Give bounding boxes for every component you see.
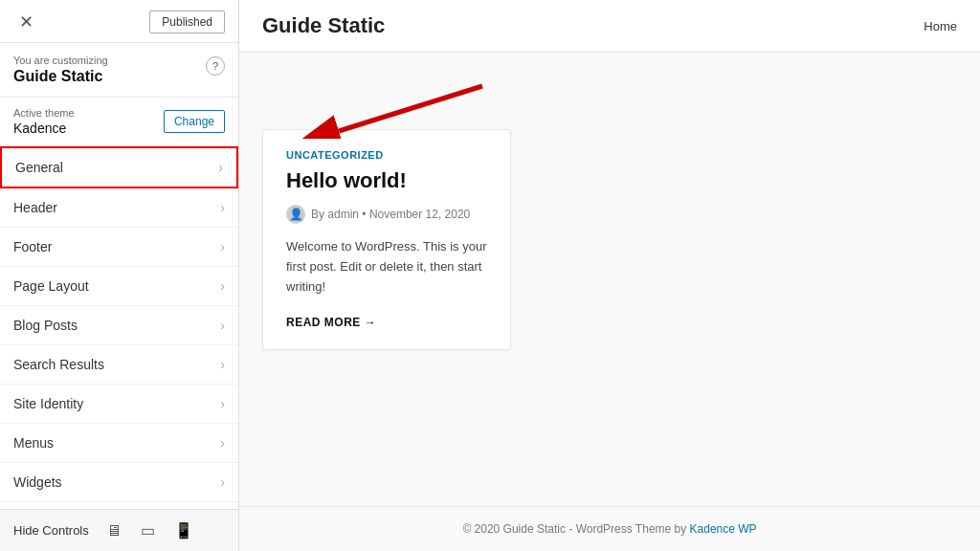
chevron-right-icon: › <box>220 278 225 294</box>
main-footer: © 2020 Guide Static - WordPress Theme by… <box>239 506 980 551</box>
post-category: UNCATEGORIZED <box>286 149 487 161</box>
nav-item-label: Blog Posts <box>13 318 78 333</box>
sidebar-item-search-results[interactable]: Search Results › <box>0 345 238 385</box>
sidebar-item-site-identity[interactable]: Site Identity › <box>0 385 238 424</box>
chevron-right-icon: › <box>218 160 223 175</box>
sidebar-item-menus[interactable]: Menus › <box>0 424 238 463</box>
mobile-icon[interactable]: 📱 <box>172 519 195 541</box>
sidebar-item-widgets[interactable]: Widgets › <box>0 463 238 502</box>
nav-item-label: Search Results <box>13 357 104 372</box>
main-body: UNCATEGORIZED Hello world! 👤 By admin • … <box>239 53 980 506</box>
post-excerpt: Welcome to WordPress. This is your first… <box>286 237 487 297</box>
svg-line-1 <box>339 86 482 131</box>
footer-text: © 2020 Guide Static - WordPress Theme by <box>462 522 689 536</box>
help-icon[interactable]: ? <box>206 56 225 76</box>
arrow-annotation <box>262 81 511 139</box>
nav-item-label: Page Layout <box>13 278 89 294</box>
chevron-right-icon: › <box>220 474 225 490</box>
post-card: UNCATEGORIZED Hello world! 👤 By admin • … <box>262 129 511 350</box>
theme-label: Active theme <box>13 107 75 119</box>
sidebar-footer: Hide Controls 🖥 ▭ 📱 <box>0 509 238 551</box>
nav-item-label: Menus <box>13 435 54 451</box>
sidebar-item-blog-posts[interactable]: Blog Posts › <box>0 306 238 345</box>
avatar: 👤 <box>286 205 305 224</box>
sidebar-item-header[interactable]: Header › <box>0 188 238 228</box>
theme-section: Active theme Kadence Change <box>0 98 238 146</box>
sidebar-item-general[interactable]: General › <box>0 146 238 188</box>
sidebar-item-page-layout[interactable]: Page Layout › <box>0 267 238 306</box>
post-meta: 👤 By admin • November 12, 2020 <box>286 205 487 224</box>
chevron-right-icon: › <box>220 200 225 215</box>
main-content-area: Guide Static Home UNCATEGORIZED Hello wo… <box>239 0 980 551</box>
close-button[interactable]: ✕ <box>13 10 39 34</box>
published-button[interactable]: Published <box>149 11 225 33</box>
sidebar-item-footer[interactable]: Footer › <box>0 228 238 267</box>
chevron-right-icon: › <box>220 357 225 372</box>
theme-name: Kadence <box>13 121 75 136</box>
sidebar-header: ✕ Published <box>0 0 238 43</box>
nav-item-label: General <box>15 160 63 175</box>
home-link[interactable]: Home <box>924 19 957 33</box>
site-title: Guide Static <box>262 13 385 38</box>
post-title: Hello world! <box>286 168 487 193</box>
change-theme-button[interactable]: Change <box>164 110 225 133</box>
nav-list: General › Header › Footer › Page Layout … <box>0 146 238 509</box>
hide-controls-button[interactable]: Hide Controls <box>13 523 89 538</box>
tablet-icon[interactable]: ▭ <box>139 519 157 541</box>
customizing-label: You are customizing <box>13 55 108 66</box>
customizing-title: Guide Static <box>13 68 108 85</box>
hide-controls-label: Hide Controls <box>13 523 89 538</box>
nav-item-label: Header <box>13 200 57 215</box>
customizing-section: You are customizing Guide Static ? <box>0 43 238 98</box>
main-header: Guide Static Home <box>239 0 980 53</box>
post-author-date: By admin • November 12, 2020 <box>311 208 470 221</box>
nav-item-label: Widgets <box>13 474 62 490</box>
chevron-right-icon: › <box>220 435 225 451</box>
desktop-icon[interactable]: 🖥 <box>104 520 123 541</box>
sidebar: ✕ Published You are customizing Guide St… <box>0 0 239 551</box>
nav-item-label: Site Identity <box>13 396 83 411</box>
chevron-right-icon: › <box>220 396 225 411</box>
nav-item-label: Footer <box>13 239 52 254</box>
chevron-right-icon: › <box>220 318 225 333</box>
sidebar-item-homepage-settings[interactable]: Homepage Settings › <box>0 502 238 509</box>
footer-link[interactable]: Kadence WP <box>690 522 757 536</box>
red-arrow-icon <box>262 81 511 139</box>
read-more-link[interactable]: READ MORE → <box>286 316 376 329</box>
chevron-right-icon: › <box>220 239 225 254</box>
